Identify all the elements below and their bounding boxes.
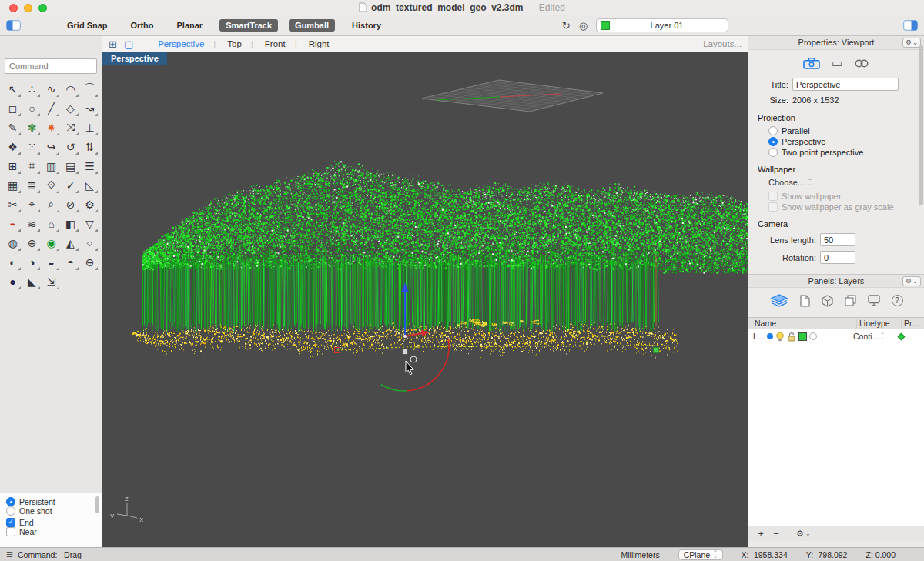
tool-icon[interactable]: ◑	[22, 252, 42, 272]
tool-icon[interactable]: ◠	[61, 79, 80, 99]
tool-icon[interactable]: ❖	[3, 137, 22, 156]
target-icon[interactable]: ◎	[579, 20, 588, 32]
toolbar-toggle[interactable]: Ortho	[125, 19, 160, 32]
tool-icon[interactable]: ✓	[61, 175, 80, 195]
layer-visibility-bulb-icon[interactable]	[775, 332, 785, 342]
scrollbar-thumb[interactable]	[919, 45, 923, 205]
current-layer-icon[interactable]	[767, 333, 773, 339]
zoom-window-button[interactable]	[38, 4, 47, 12]
osnap-checkbox[interactable]: End	[6, 518, 95, 527]
tool-icon[interactable]: ○	[22, 99, 42, 118]
tool-icon[interactable]: ⟐	[42, 175, 61, 195]
tool-icon[interactable]: ◭	[61, 233, 80, 252]
tool-icon[interactable]: ↝	[80, 99, 99, 118]
viewport-grid-icon[interactable]: ⊞	[109, 38, 117, 50]
viewport-tab[interactable]: Perspective	[146, 39, 216, 48]
tool-icon[interactable]: ⊖	[80, 252, 99, 272]
tool-icon[interactable]: ▥	[42, 156, 61, 175]
sidebar-toggle-icon[interactable]	[6, 20, 21, 31]
tool-icon[interactable]: ∴	[22, 79, 42, 99]
layer-material-swatch[interactable]	[809, 332, 817, 340]
toolbar-toggle[interactable]: Gumball	[289, 19, 335, 32]
tool-icon[interactable]: ↖	[3, 79, 22, 99]
projection-radio[interactable]: Two point perspective	[768, 148, 924, 157]
command-input[interactable]	[5, 58, 97, 74]
column-print[interactable]: Pr...	[901, 319, 924, 328]
box-icon[interactable]	[822, 295, 833, 307]
tool-icon[interactable]: ⁙	[22, 137, 42, 156]
tool-icon[interactable]: ◣	[22, 272, 42, 291]
tool-icon[interactable]: ◓	[61, 252, 80, 272]
tool-icon[interactable]: ✂	[3, 195, 22, 214]
add-layer-button[interactable]: +	[755, 528, 767, 539]
tool-icon[interactable]: ⤨	[61, 118, 80, 137]
tool-icon[interactable]: ●	[3, 272, 22, 291]
layer-color-swatch[interactable]	[798, 332, 807, 341]
scrollbar-thumb[interactable]	[95, 496, 99, 513]
tool-icon[interactable]: ⊞	[3, 156, 22, 175]
tool-icon[interactable]: ✎	[3, 118, 22, 137]
viewport-maximize-icon[interactable]: ▢	[124, 38, 133, 50]
viewport[interactable]: Perspective	[102, 52, 748, 547]
layer-linetype-cell[interactable]: Conti... ⌃⌄	[853, 332, 896, 341]
render-mode-icon[interactable]: ↻	[562, 20, 571, 32]
display-mode-icon[interactable]: ▭	[832, 56, 842, 70]
toolbar-toggle[interactable]: History	[346, 19, 387, 32]
menu-icon[interactable]: ☰	[6, 550, 13, 559]
tool-icon[interactable]: ⊕	[22, 233, 42, 252]
viewport-tab[interactable]: Top	[216, 39, 253, 48]
viewport-tab[interactable]: Right	[297, 39, 341, 48]
rotation-field[interactable]	[820, 251, 855, 264]
osnap-checkbox[interactable]: Near	[6, 527, 95, 536]
projection-radio[interactable]: Perspective	[768, 137, 924, 146]
tool-icon[interactable]: ⌒	[80, 79, 99, 99]
layers-list-area[interactable]	[748, 343, 924, 526]
layer-lock-icon[interactable]	[787, 332, 796, 342]
camera-icon[interactable]	[803, 58, 820, 69]
tool-icon[interactable]: ⌖	[22, 195, 42, 214]
help-icon[interactable]: ?	[892, 295, 903, 306]
tool-icon[interactable]: ▽	[80, 214, 99, 233]
toolbar-toggle[interactable]: SmartTrack	[219, 19, 278, 32]
viewport-canvas[interactable]	[102, 52, 748, 547]
tool-icon[interactable]: ◍	[3, 233, 22, 252]
layer-print-cell[interactable]: ...	[899, 332, 922, 341]
minimize-window-button[interactable]	[24, 4, 32, 12]
cplane-dropdown[interactable]: CPlane ⌃⌄	[678, 549, 723, 560]
tool-icon[interactable]: ⇅	[80, 137, 99, 156]
projection-radio[interactable]: Parallel	[768, 126, 924, 135]
new-file-icon[interactable]	[800, 295, 810, 307]
close-window-button[interactable]	[9, 4, 18, 12]
tool-icon[interactable]: ◉	[42, 233, 61, 252]
viewport-title-field[interactable]	[792, 78, 899, 91]
column-name[interactable]: Name	[748, 319, 856, 328]
tool-icon[interactable]: ◇	[61, 99, 80, 118]
panel-toggle-icon[interactable]	[903, 20, 918, 31]
osnap-radio[interactable]: Persistent	[6, 497, 95, 506]
tool-icon[interactable]: ⌂	[42, 214, 61, 233]
tool-icon[interactable]: ◺	[80, 175, 99, 195]
tool-icon[interactable]: ◒	[42, 252, 61, 272]
tool-icon[interactable]: ↺	[61, 137, 80, 156]
tool-icon[interactable]: ⌔	[80, 233, 99, 252]
tool-icon[interactable]: ⊘	[61, 195, 80, 214]
tool-icon[interactable]: ⊥	[80, 118, 99, 137]
tool-icon[interactable]: ◐	[3, 252, 22, 272]
layouts-link[interactable]: Layouts...	[703, 39, 742, 48]
layers-icon[interactable]	[770, 294, 788, 307]
units-label[interactable]: Millimeters	[621, 550, 660, 559]
osnap-radio[interactable]: One shot	[6, 506, 95, 516]
tool-icon[interactable]: ⌕	[42, 195, 61, 214]
tool-icon[interactable]: ⌁	[3, 214, 22, 233]
layers-options-menu[interactable]: ⚙ ⌄	[796, 529, 811, 539]
tool-icon[interactable]: ⇲	[42, 272, 61, 291]
tool-icon[interactable]: ▤	[61, 156, 80, 175]
tool-icon[interactable]: ∿	[42, 79, 61, 99]
toolbar-toggle[interactable]: Planar	[171, 19, 209, 32]
tool-icon[interactable]: ╱	[42, 99, 61, 118]
layer-row[interactable]: L... Conti... ⌃⌄ ...	[748, 329, 924, 343]
column-linetype[interactable]: Linetype	[856, 319, 901, 328]
tool-icon[interactable]: ⚙	[80, 195, 99, 214]
tool-icon[interactable]: ✾	[22, 118, 42, 137]
tool-icon[interactable]: ☰	[80, 156, 99, 175]
